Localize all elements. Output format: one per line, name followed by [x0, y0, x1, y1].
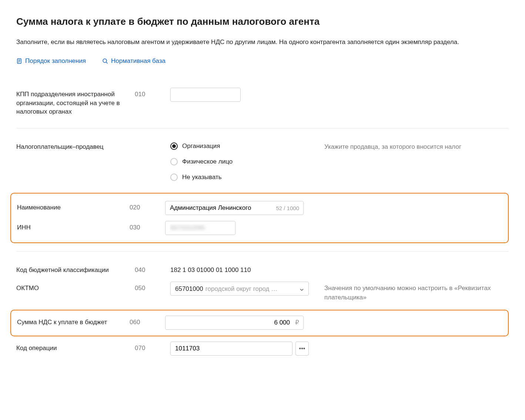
- kbk-row: Код бюджетной классификации 040 182 1 03…: [16, 260, 509, 278]
- inn-label: ИНН: [17, 221, 130, 232]
- radio-indicator-icon: [170, 174, 178, 181]
- name-code: 020: [130, 201, 165, 212]
- seller-type-row: Налогоплательщик–продавец Организация Фи…: [16, 137, 509, 185]
- legal-base-label: Нормативная база: [111, 57, 165, 65]
- oktmo-row: ОКТМО 050 65701000 городской округ город…: [16, 278, 509, 306]
- radio-organization-label: Организация: [182, 142, 220, 151]
- name-row: Наименование 020 52 / 1000: [17, 198, 502, 218]
- name-input[interactable]: [165, 201, 304, 215]
- oktmo-selected-name: городской округ город …: [205, 285, 278, 293]
- radio-person[interactable]: Физическое лицо: [170, 157, 309, 166]
- radio-none-label: Не указывать: [182, 173, 222, 182]
- document-icon: [16, 58, 22, 64]
- radio-indicator-icon: [170, 158, 178, 165]
- op-code-input[interactable]: [170, 342, 292, 356]
- ellipsis-icon: •••: [299, 345, 305, 352]
- radio-person-label: Физическое лицо: [182, 157, 233, 166]
- search-icon: [102, 58, 108, 64]
- oktmo-selected-code: 65701000: [175, 285, 203, 293]
- seller-details-group: Наименование 020 52 / 1000 ИНН 030: [10, 193, 509, 243]
- chevron-down-icon: [299, 286, 304, 291]
- kbk-label: Код бюджетной классификации: [16, 263, 135, 275]
- inn-row: ИНН 030: [17, 218, 502, 238]
- op-code-label: Код операции: [16, 342, 135, 353]
- oktmo-code: 050: [135, 282, 170, 293]
- kpp-code: 010: [135, 88, 170, 99]
- svg-line-5: [106, 62, 108, 64]
- oktmo-select[interactable]: 65701000 городской округ город …: [170, 282, 309, 296]
- svg-point-4: [103, 59, 107, 63]
- op-code-row: Код операции 070 •••: [16, 338, 509, 359]
- divider: [16, 251, 509, 252]
- nds-sum-label: Сумма НДС к уплате в бюджет: [17, 316, 130, 327]
- inn-code: 030: [130, 221, 165, 232]
- name-label: Наименование: [17, 201, 130, 212]
- oktmo-label: ОКТМО: [16, 282, 135, 293]
- divider: [16, 128, 509, 128]
- radio-organization[interactable]: Организация: [170, 142, 309, 151]
- page-title: Сумма налога к уплате в бюджет по данным…: [16, 15, 509, 28]
- op-code-code: 070: [135, 342, 170, 353]
- kpp-row: КПП подразделения иностранной организаци…: [16, 84, 509, 120]
- kpp-label: КПП подразделения иностранной организаци…: [16, 88, 135, 116]
- radio-none[interactable]: Не указывать: [170, 173, 309, 182]
- kbk-value: 182 1 03 01000 01 1000 110: [170, 263, 309, 275]
- oktmo-hint: Значения по умолчанию можно настроить в …: [309, 282, 509, 302]
- kpp-input[interactable]: [170, 88, 241, 102]
- seller-type-label: Налогоплательщик–продавец: [16, 140, 135, 151]
- nds-sum-group: Сумма НДС к уплате в бюджет 060 ₽: [10, 310, 509, 336]
- nds-sum-code: 060: [130, 316, 165, 327]
- op-code-picker-button[interactable]: •••: [295, 342, 309, 356]
- page-description: Заполните, если вы являетесь налоговым а…: [16, 38, 509, 47]
- inn-input[interactable]: [165, 221, 235, 235]
- nds-sum-input[interactable]: [165, 316, 304, 330]
- seller-type-hint: Укажите продавца, за которого вносится н…: [309, 140, 509, 152]
- fill-order-label: Порядок заполнения: [25, 57, 86, 65]
- legal-base-link[interactable]: Нормативная база: [102, 57, 165, 65]
- kbk-code: 040: [135, 263, 170, 275]
- radio-indicator-icon: [170, 142, 178, 150]
- fill-order-link[interactable]: Порядок заполнения: [16, 57, 86, 65]
- nds-sum-row: Сумма НДС к уплате в бюджет 060 ₽: [17, 315, 502, 331]
